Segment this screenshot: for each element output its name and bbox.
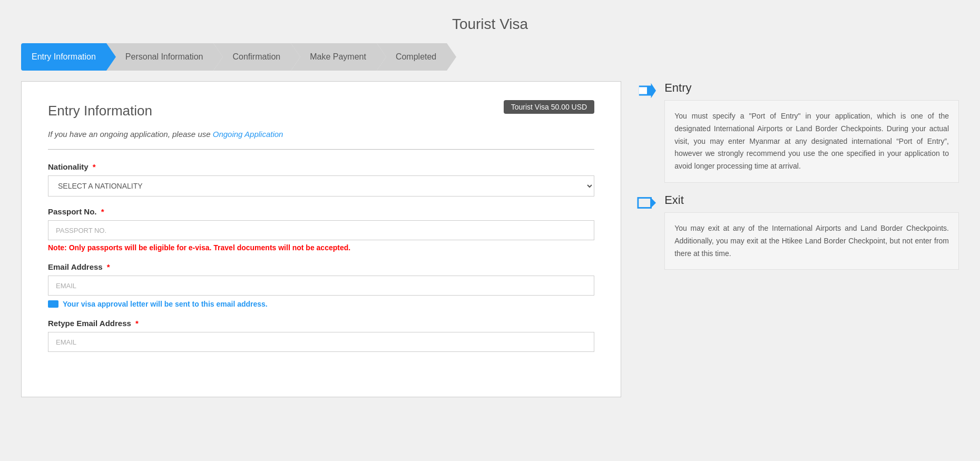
steps-breadcrumb: Entry Information Personal Information C… (0, 43, 980, 81)
entry-info-box: You must specify a "Port of Entry" in yo… (664, 100, 959, 183)
form-divider (48, 149, 594, 150)
svg-marker-3 (651, 198, 656, 208)
retype-email-field-group: Retype Email Address * (48, 319, 594, 352)
exit-heading: Exit (664, 193, 959, 207)
svg-rect-1 (639, 87, 647, 94)
entry-info-content: Entry You must specify a "Port of Entry"… (664, 81, 959, 183)
step-personal-information[interactable]: Personal Information (106, 43, 214, 71)
svg-rect-2 (638, 198, 651, 208)
exit-info-content: Exit You may exit at any of the Internat… (664, 193, 959, 270)
retype-email-required: * (135, 319, 139, 328)
visa-badge: Tourist Visa 50.00 USD (504, 100, 594, 114)
ongoing-application-link[interactable]: Ongoing Application (213, 130, 283, 139)
step-make-payment[interactable]: Make Payment (291, 43, 377, 71)
page-title: Tourist Visa (0, 0, 980, 43)
nationality-field-group: Nationality * SELECT A NATIONALITY (48, 162, 594, 197)
info-panel: Entry You must specify a "Port of Entry"… (637, 81, 959, 270)
passport-label: Passport No. * (48, 207, 594, 216)
passport-required: * (101, 207, 104, 216)
nationality-required: * (93, 162, 96, 171)
nationality-label: Nationality * (48, 162, 594, 171)
retype-email-input[interactable] (48, 332, 594, 352)
email-field-group: Email Address * Your visa approval lette… (48, 262, 594, 308)
exit-info-section: Exit You may exit at any of the Internat… (637, 193, 959, 270)
retype-email-label: Retype Email Address * (48, 319, 594, 328)
email-required: * (107, 262, 110, 271)
ongoing-text: If you have an ongoing application, plea… (48, 130, 594, 139)
exit-info-box: You may exit at any of the International… (664, 212, 959, 270)
email-icon (48, 300, 58, 308)
step-entry-information[interactable]: Entry Information (21, 43, 106, 71)
passport-field-group: Passport No. * Note: Only passports will… (48, 207, 594, 252)
email-label: Email Address * (48, 262, 594, 271)
step-confirmation[interactable]: Confirmation (213, 43, 291, 71)
email-input[interactable] (48, 276, 594, 296)
step-completed[interactable]: Completed (377, 43, 447, 71)
form-panel: Tourist Visa 50.00 USD Entry Information… (21, 81, 621, 397)
entry-arrow-icon (637, 81, 656, 100)
nationality-select[interactable]: SELECT A NATIONALITY (48, 175, 594, 197)
entry-info-section: Entry You must specify a "Port of Entry"… (637, 81, 959, 183)
email-note: Your visa approval letter will be sent t… (48, 300, 594, 308)
exit-arrow-icon (637, 193, 656, 212)
entry-heading: Entry (664, 81, 959, 95)
passport-input[interactable] (48, 220, 594, 240)
passport-note: Note: Only passports will be eligible fo… (48, 243, 594, 252)
